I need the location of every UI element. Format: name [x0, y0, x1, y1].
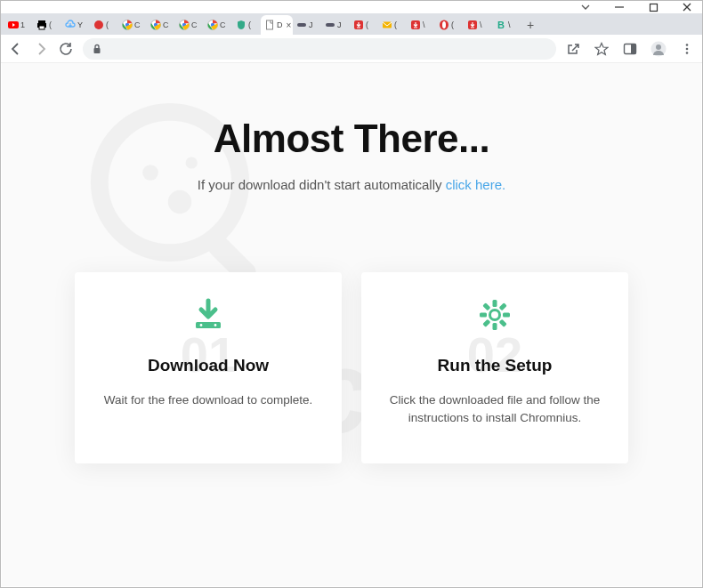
page-content: Almost There... If your download didn't … — [2, 63, 701, 463]
browser-tab[interactable]: \ — [464, 15, 492, 35]
red-dot-icon — [93, 20, 104, 30]
close-window-button[interactable] — [681, 1, 693, 13]
tab-label: C — [220, 20, 226, 29]
browser-tab[interactable]: J — [293, 15, 321, 35]
svg-point-50 — [491, 311, 498, 318]
svg-rect-27 — [631, 44, 636, 53]
pill-icon — [325, 20, 335, 30]
browser-tab[interactable]: ( — [232, 15, 261, 35]
svg-point-29 — [656, 44, 661, 50]
svg-rect-16 — [297, 23, 306, 27]
maximize-button[interactable] — [647, 1, 659, 13]
tab-strip: 1(Y(CCCC(D×JJ((\(\B\+ — [1, 13, 702, 35]
share-icon[interactable] — [565, 41, 581, 57]
tab-label: \ — [423, 20, 425, 29]
click-here-link[interactable]: click here. — [446, 177, 506, 192]
svg-point-6 — [94, 20, 103, 29]
pill-icon — [296, 20, 307, 30]
chevron-down-icon[interactable] — [579, 1, 592, 13]
svg-rect-49 — [499, 319, 507, 327]
browser-tab[interactable]: C — [147, 15, 175, 35]
chrome-icon — [150, 20, 161, 30]
close-tab-icon[interactable]: × — [287, 20, 292, 30]
mail-icon — [382, 20, 392, 30]
browser-tab[interactable]: ( — [90, 15, 118, 35]
bookmark-star-icon[interactable] — [594, 41, 610, 57]
browser-tab[interactable]: ( — [350, 15, 378, 35]
svg-rect-38 — [196, 322, 221, 328]
tab-label: 1 — [20, 20, 25, 29]
browser-tab[interactable]: ( — [378, 15, 407, 35]
side-panel-icon[interactable] — [622, 41, 638, 57]
tab-label: ( — [248, 20, 251, 29]
tab-label: ( — [451, 20, 454, 29]
minimize-button[interactable] — [613, 1, 626, 13]
tab-label: ( — [49, 20, 52, 29]
chrome-icon — [207, 20, 218, 30]
tab-label: D — [277, 20, 283, 29]
profile-avatar-icon[interactable] — [650, 41, 667, 57]
browser-tab[interactable]: ( — [33, 15, 61, 35]
subline-text: If your download didn't start automatica… — [198, 177, 446, 192]
lock-icon — [92, 44, 102, 54]
shield-icon — [236, 20, 246, 30]
browser-window: 1(Y(CCCC(D×JJ((\(\B\+ — [0, 0, 703, 588]
tab-label: C — [163, 20, 169, 29]
browser-tab[interactable]: C — [204, 15, 232, 35]
svg-rect-47 — [482, 319, 490, 327]
page-headline: Almost There... — [2, 117, 701, 161]
back-button[interactable] — [8, 41, 24, 57]
svg-rect-46 — [499, 302, 507, 310]
card-body: Click the downloaded file and follow the… — [381, 391, 609, 428]
page-viewport: risk.com Almost There... If your downloa… — [2, 63, 701, 586]
browser-tab[interactable]: B\ — [492, 15, 521, 35]
browser-tab[interactable]: D× — [261, 15, 293, 35]
cloud-icon — [65, 20, 76, 30]
browser-tab[interactable]: C — [175, 15, 204, 35]
browser-tab[interactable]: ( — [435, 15, 464, 35]
tab-label: \ — [508, 20, 511, 29]
opera-icon — [439, 20, 449, 30]
tab-label: C — [134, 20, 141, 29]
chrome-icon — [122, 20, 133, 30]
browser-tab[interactable]: J — [321, 15, 350, 35]
browser-tab[interactable]: \ — [407, 15, 435, 35]
page-subline: If your download didn't start automatica… — [2, 177, 701, 192]
tab-label: \ — [480, 20, 482, 29]
printer-icon — [36, 20, 47, 30]
svg-rect-15 — [267, 20, 273, 29]
reload-button[interactable] — [58, 41, 74, 57]
new-tab-button[interactable]: + — [521, 15, 540, 35]
cards-row: 01 Download Now Wait for the free downlo… — [2, 272, 701, 463]
svg-point-32 — [686, 52, 689, 54]
card-title: Download Now — [94, 356, 322, 375]
svg-text:B: B — [497, 20, 505, 30]
card-download-now: 01 Download Now Wait for the free downlo… — [75, 272, 342, 463]
tab-label: J — [337, 20, 342, 29]
svg-rect-45 — [503, 313, 510, 318]
menu-dots-icon[interactable] — [679, 41, 695, 57]
svg-rect-5 — [39, 26, 44, 29]
page-icon — [264, 20, 275, 30]
address-bar[interactable] — [83, 38, 556, 60]
svg-rect-19 — [383, 22, 392, 28]
window-titlebar — [1, 1, 702, 13]
svg-rect-1 — [650, 4, 657, 11]
svg-point-40 — [214, 324, 217, 326]
browser-tab[interactable]: C — [118, 15, 147, 35]
youtube-icon — [8, 20, 19, 30]
card-title: Run the Setup — [381, 356, 609, 375]
browser-tab[interactable]: Y — [61, 15, 90, 35]
card-body: Wait for the free download to complete. — [94, 391, 322, 409]
b-green-icon: B — [496, 20, 506, 30]
tab-label: Y — [77, 20, 83, 29]
browser-tab[interactable]: 1 — [4, 15, 33, 35]
card-run-setup: 02 — [361, 272, 628, 463]
tab-label: ( — [394, 20, 397, 29]
svg-rect-3 — [38, 20, 45, 23]
gear-icon — [381, 297, 609, 333]
svg-point-31 — [686, 47, 689, 50]
forward-button[interactable] — [33, 41, 49, 57]
chrome-icon — [179, 20, 190, 30]
svg-rect-25 — [94, 48, 101, 53]
